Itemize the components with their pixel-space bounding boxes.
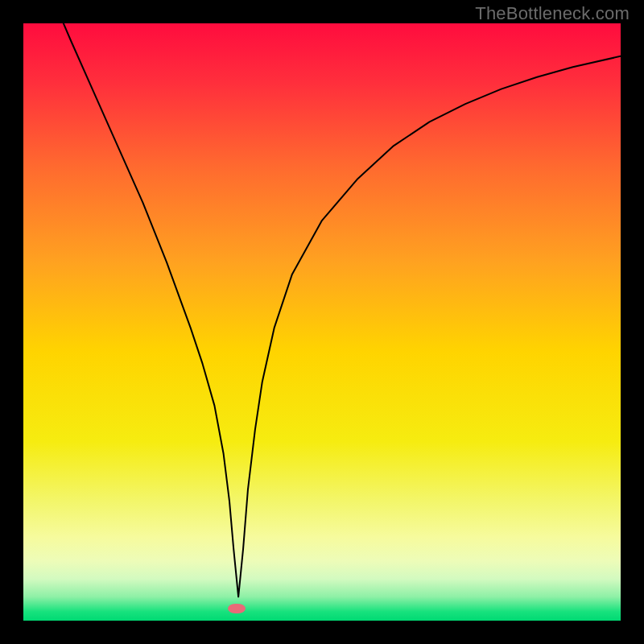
bottleneck-curve [53,23,621,597]
plot-area [23,23,621,621]
watermark-text: TheBottleneck.com [475,3,630,24]
chart-frame: TheBottleneck.com [0,0,644,644]
curve-layer [23,23,621,621]
